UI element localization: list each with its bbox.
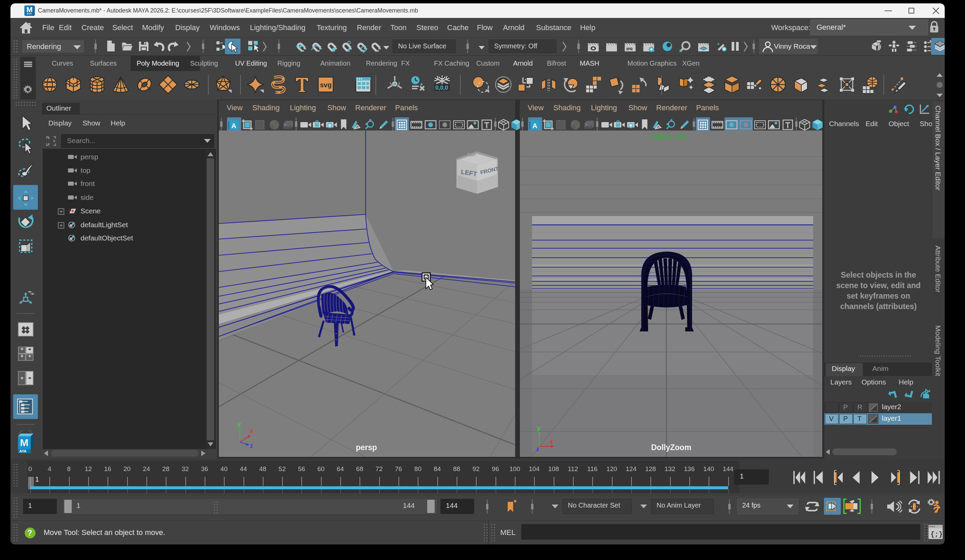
- svg-text:{;}: {;}: [931, 531, 943, 538]
- svg-text:AYA: AYA: [19, 449, 26, 453]
- svg-text:1280 x 720: 1280 x 720: [650, 133, 685, 141]
- svg-text:z: z: [536, 446, 539, 452]
- svg-text:0,0,0: 0,0,0: [435, 85, 448, 91]
- svg-text:M: M: [20, 437, 28, 448]
- svg-text:y: y: [237, 421, 241, 428]
- svg-text:A: A: [231, 122, 236, 129]
- svg-text:?: ?: [28, 529, 32, 537]
- svg-text:svg: svg: [320, 81, 332, 88]
- svg-text:x: x: [550, 438, 553, 445]
- svg-text:A: A: [532, 122, 537, 129]
- svg-text:DollyZoom: DollyZoom: [651, 443, 691, 452]
- svg-text:IPR: IPR: [626, 47, 633, 51]
- svg-text:x: x: [679, 47, 682, 53]
- svg-text:z: z: [250, 442, 253, 449]
- svg-text:persp: persp: [356, 443, 377, 452]
- svg-text:x: x: [250, 428, 254, 434]
- svg-text:y: y: [537, 425, 540, 431]
